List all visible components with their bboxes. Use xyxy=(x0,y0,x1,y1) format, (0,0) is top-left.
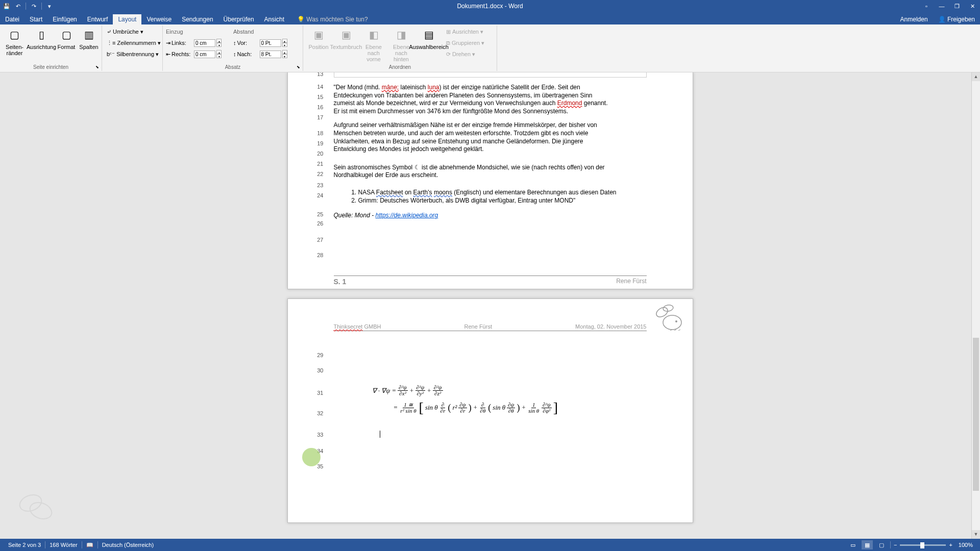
tab-sendungen[interactable]: Sendungen xyxy=(177,14,218,24)
status-proofing-icon[interactable]: 📖 xyxy=(82,542,97,548)
space-before-input[interactable] xyxy=(260,39,281,47)
document-area[interactable]: 13 14 15 16 17 18 19 20 21 22 23 24 25 2… xyxy=(0,72,980,539)
position-button[interactable]: ▣Position xyxy=(305,26,332,64)
zoom-slider[interactable] xyxy=(900,544,946,546)
svg-point-3 xyxy=(675,320,677,322)
space-after-input[interactable] xyxy=(260,51,281,58)
status-page[interactable]: Seite 2 von 3 xyxy=(4,542,45,548)
equation[interactable]: ∇ · ∇ψ = ∂²ψ∂x² + ∂²ψ∂y² + ∂²ψ∂z² = 1 ≅r… xyxy=(372,385,558,416)
status-bar: Seite 2 von 3 168 Wörter 📖 Deutsch (Öste… xyxy=(0,539,980,551)
drehen-button[interactable]: ⟳ Drehen ▾ xyxy=(444,49,486,59)
minimize-ribbon-icon[interactable]: ▫ xyxy=(919,0,934,12)
tab-start[interactable]: Start xyxy=(24,14,47,24)
gruppieren-button[interactable]: ⧉ Gruppieren ▾ xyxy=(444,38,486,48)
minimize-icon[interactable]: — xyxy=(934,0,949,12)
scrollbar-thumb[interactable] xyxy=(973,338,979,491)
qat-dropdown-icon[interactable]: ▾ xyxy=(45,2,54,11)
scroll-up-icon[interactable]: ▲ xyxy=(972,72,980,81)
group-absatz: Absatz xyxy=(163,64,303,70)
seitenraender-button[interactable]: ▢Seiten- ränder xyxy=(2,26,27,64)
svg-line-6 xyxy=(676,330,680,331)
indent-right-input[interactable] xyxy=(194,51,215,58)
spalten-button[interactable]: ▥Spalten xyxy=(78,26,100,64)
page-footer: S. 1 Rene Fürst xyxy=(334,276,647,286)
web-layout-icon[interactable]: ▢ xyxy=(876,540,887,549)
tab-ansicht[interactable]: Ansicht xyxy=(259,14,289,24)
indent-left-input[interactable] xyxy=(194,39,215,47)
status-words[interactable]: 168 Wörter xyxy=(45,542,81,548)
tab-layout[interactable]: Layout xyxy=(113,14,141,24)
spinner[interactable]: ▴▾ xyxy=(282,39,287,47)
undo-icon[interactable]: ↶ xyxy=(13,2,22,11)
zeilennummern-button[interactable]: ⋮≡ Zeilennummern ▾ xyxy=(105,38,163,48)
restore-icon[interactable]: ❐ xyxy=(949,0,965,12)
zoom-in-button[interactable]: + xyxy=(949,542,952,548)
indent-left-icon: ⇥ xyxy=(166,40,170,46)
status-language[interactable]: Deutsch (Österreich) xyxy=(98,542,158,548)
page-2[interactable]: Thinksecret GMBH Rene Fürst Montag, 02. … xyxy=(287,298,693,523)
textumbruch-button[interactable]: ▣Textumbruch xyxy=(333,26,359,64)
table-cell[interactable] xyxy=(334,72,647,78)
svg-point-2 xyxy=(663,304,674,312)
indent-right-icon: ⇤ xyxy=(166,51,170,58)
tab-ueberpruefen[interactable]: Überprüfen xyxy=(218,14,259,24)
vertical-scrollbar[interactable]: ▲ ▼ xyxy=(971,72,980,539)
ebene-vorne-button[interactable]: ◧Ebene nach vorne xyxy=(360,26,387,64)
group-anordnen: Anordnen xyxy=(303,64,497,70)
window-title: Dokument1.docx - Word xyxy=(457,3,523,10)
tab-entwurf[interactable]: Entwurf xyxy=(82,14,113,24)
read-mode-icon[interactable]: ▭ xyxy=(847,540,859,549)
auswahlbereich-button[interactable]: ▤Auswahlbereich xyxy=(415,26,442,64)
umbrueche-button[interactable]: ⤶ Umbrüche ▾ xyxy=(105,27,163,37)
redo-icon[interactable]: ↷ xyxy=(29,2,38,11)
zoom-level[interactable]: 100% xyxy=(959,542,973,548)
title-bar: 💾 ↶ ↷ ▾ Dokument1.docx - Word ▫ — ❐ ✕ xyxy=(0,0,980,12)
freigeben-button[interactable]: 👤 Freigeben xyxy=(933,14,980,24)
wikipedia-link[interactable]: https://de.wikipedia.org xyxy=(376,212,438,219)
ausrichten-button[interactable]: ⊞ Ausrichten ▾ xyxy=(444,27,486,37)
tab-datei[interactable]: Datei xyxy=(0,14,24,24)
ribbon: ▢Seiten- ränder ▯Ausrichtung ▢Format ▥Sp… xyxy=(0,24,980,72)
spinner[interactable]: ▴▾ xyxy=(282,50,287,58)
svg-point-0 xyxy=(663,315,681,330)
save-icon[interactable]: 💾 xyxy=(2,2,11,11)
page-1[interactable]: 13 14 15 16 17 18 19 20 21 22 23 24 25 2… xyxy=(287,72,693,289)
ribbon-tabs: Datei Start Einfügen Entwurf Layout Verw… xyxy=(0,12,980,24)
print-layout-icon[interactable]: ▦ xyxy=(862,540,873,549)
anmelden-link[interactable]: Anmelden xyxy=(895,14,933,24)
text-cursor xyxy=(380,431,380,438)
tell-me-search[interactable]: 💡 Was möchten Sie tun? xyxy=(292,14,373,24)
tab-einfuegen[interactable]: Einfügen xyxy=(47,14,82,24)
scroll-down-icon[interactable]: ▼ xyxy=(972,530,980,539)
ausrichtung-button[interactable]: ▯Ausrichtung xyxy=(28,26,55,64)
page-header: Thinksecret GMBH Rene Fürst Montag, 02. … xyxy=(334,323,647,331)
format-button[interactable]: ▢Format xyxy=(56,26,77,64)
body-text[interactable]: "Der Mond (mhd. mâne; lateinisch luna) i… xyxy=(334,84,647,220)
silbentrennung-button[interactable]: bᶜ⁻ Silbentrennung ▾ xyxy=(105,49,163,59)
launcher-icon[interactable]: ⬊ xyxy=(95,65,101,70)
space-before-icon: ↕ xyxy=(233,40,236,46)
close-icon[interactable]: ✕ xyxy=(965,0,980,12)
space-after-icon: ↕ xyxy=(233,51,236,57)
cursor-highlight xyxy=(302,448,321,466)
spinner[interactable]: ▴▾ xyxy=(216,39,222,47)
launcher-icon[interactable]: ⬊ xyxy=(297,65,302,70)
group-seite-einrichten: Seite einrichten xyxy=(0,64,102,70)
spinner[interactable]: ▴▾ xyxy=(216,50,222,58)
rabbit-image xyxy=(652,302,688,331)
tab-verweise[interactable]: Verweise xyxy=(141,14,177,24)
zoom-out-button[interactable]: − xyxy=(894,542,897,548)
watermark-icon xyxy=(15,488,56,523)
